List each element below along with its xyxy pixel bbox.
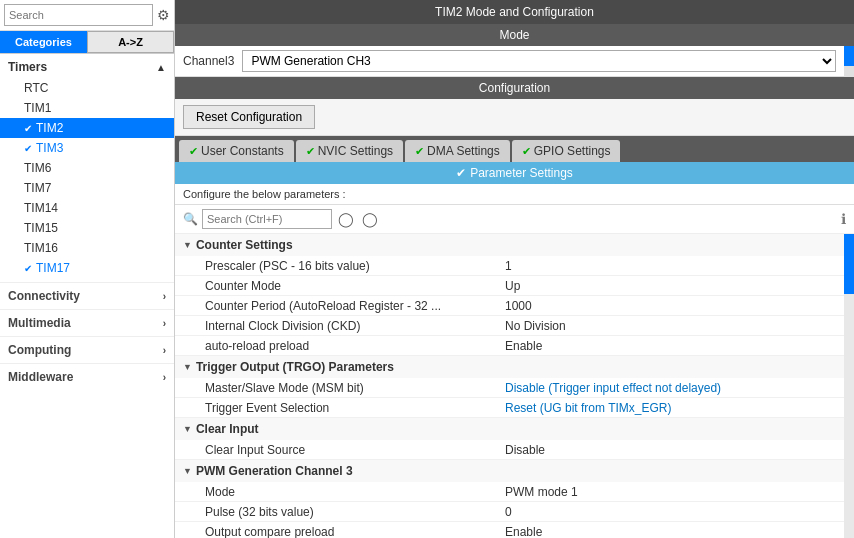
sidebar-item-tim16[interactable]: TIM16 [0,238,174,258]
param-clear-input-source: Clear Input Source Disable [175,440,844,460]
counter-period-value: 1000 [505,299,532,313]
computing-chevron: › [163,345,166,356]
main-panel: TIM2 Mode and Configuration Mode Channel… [175,0,854,538]
reset-config-button[interactable]: Reset Configuration [183,105,315,129]
channel-select[interactable]: PWM Generation CH3 [242,50,836,72]
next-nav-button[interactable]: ◯ [360,211,380,227]
tab-nvic-settings[interactable]: ✔ NVIC Settings [296,140,403,162]
param-autoreload: auto-reload preload Enable [175,336,844,356]
trigger-output-header[interactable]: ▼ Trigger Output (TRGO) Parameters [175,356,844,378]
sidebar-item-connectivity[interactable]: Connectivity › [0,282,174,309]
counter-settings-triangle: ▼ [183,240,192,250]
pwm-ch3-header[interactable]: ▼ PWM Generation Channel 3 [175,460,844,482]
tim1-label: TIM1 [24,101,51,115]
main-title-bar: TIM2 Mode and Configuration [175,0,854,24]
ckd-name: Internal Clock Division (CKD) [205,319,505,333]
sidebar-top: ⚙ [0,0,174,31]
tim2-check-icon: ✔ [24,123,32,134]
gear-icon[interactable]: ⚙ [157,7,170,23]
sidebar-item-tim6[interactable]: TIM6 [0,158,174,178]
tab-az[interactable]: A->Z [87,31,174,53]
sidebar-item-tim15[interactable]: TIM15 [0,218,174,238]
mode-bar: Mode [175,24,854,46]
timer-items-list: RTC TIM1 ✔ TIM2 ✔ TIM3 TIM6 TIM7 TIM14 T… [0,78,174,282]
config-label: Configuration [479,81,550,95]
params-scrollbar[interactable] [844,234,854,538]
sidebar-item-rtc[interactable]: RTC [0,78,174,98]
mode-scrollbar [844,46,854,77]
timers-section-header[interactable]: Timers ▲ [0,54,174,78]
search-icon: 🔍 [183,212,198,226]
nvic-label: NVIC Settings [318,144,393,158]
sidebar-item-tim1[interactable]: TIM1 [0,98,174,118]
clear-input-header[interactable]: ▼ Clear Input [175,418,844,440]
sidebar-item-tim2[interactable]: ✔ TIM2 [0,118,174,138]
counter-settings-title: Counter Settings [196,238,293,252]
tab-categories[interactable]: Categories [0,31,87,53]
gpio-check: ✔ [522,145,531,158]
sidebar-item-multimedia[interactable]: Multimedia › [0,309,174,336]
channel-label: Channel3 [183,54,234,68]
dma-check: ✔ [415,145,424,158]
params-scrollbar-thumb [844,234,854,294]
tab-gpio-settings[interactable]: ✔ GPIO Settings [512,140,621,162]
sidebar-search-input[interactable] [4,4,153,26]
clear-input-source-name: Clear Input Source [205,443,505,457]
prescaler-name: Prescaler (PSC - 16 bits value) [205,259,505,273]
multimedia-label: Multimedia [8,316,71,330]
pulse-value: 0 [505,505,512,519]
param-tab-label: Parameter Settings [470,166,573,180]
counter-mode-name: Counter Mode [205,279,505,293]
user-constants-check: ✔ [189,145,198,158]
config-description: Configure the below parameters : [175,184,854,205]
param-prescaler: Prescaler (PSC - 16 bits value) 1 [175,256,844,276]
trigger-output-title: Trigger Output (TRGO) Parameters [196,360,394,374]
param-pulse: Pulse (32 bits value) 0 [175,502,844,522]
tim3-check-icon: ✔ [24,143,32,154]
param-trigger-event: Trigger Event Selection Reset (UG bit fr… [175,398,844,418]
sidebar-tabs: Categories A->Z [0,31,174,54]
output-compare-value: Enable [505,525,542,539]
counter-settings-header[interactable]: ▼ Counter Settings [175,234,844,256]
param-search-input[interactable] [202,209,332,229]
trigger-event-value: Reset (UG bit from TIMx_EGR) [505,401,671,415]
main-title: TIM2 Mode and Configuration [435,5,594,19]
tab-user-constants[interactable]: ✔ User Constants [179,140,294,162]
param-pwm-mode: Mode PWM mode 1 [175,482,844,502]
sidebar-item-tim17[interactable]: ✔ TIM17 [0,258,174,278]
sidebar-item-tim14[interactable]: TIM14 [0,198,174,218]
param-msm: Master/Slave Mode (MSM bit) Disable (Tri… [175,378,844,398]
tim2-label: TIM2 [36,121,63,135]
sidebar-item-middleware[interactable]: Middleware › [0,363,174,390]
counter-mode-value: Up [505,279,520,293]
output-compare-name: Output compare preload [205,525,505,539]
sidebar-item-tim7[interactable]: TIM7 [0,178,174,198]
prev-nav-button[interactable]: ◯ [336,211,356,227]
rtc-label: RTC [24,81,48,95]
sidebar-item-computing[interactable]: Computing › [0,336,174,363]
config-actions: Reset Configuration [175,99,854,136]
middleware-label: Middleware [8,370,73,384]
msm-value: Disable (Trigger input effect not delaye… [505,381,721,395]
tim17-label: TIM17 [36,261,70,275]
param-tab-bar[interactable]: ✔ Parameter Settings [175,162,854,184]
autoreload-value: Enable [505,339,542,353]
config-bar: Configuration [175,77,854,99]
channel-row: Channel3 PWM Generation CH3 [175,46,844,77]
pwm-mode-name: Mode [205,485,505,499]
autoreload-name: auto-reload preload [205,339,505,353]
param-counter-period: Counter Period (AutoReload Register - 32… [175,296,844,316]
clear-input-source-value: Disable [505,443,545,457]
tim17-check-icon: ✔ [24,263,32,274]
param-output-compare-preload: Output compare preload Enable [175,522,844,538]
computing-label: Computing [8,343,71,357]
dma-label: DMA Settings [427,144,500,158]
sidebar-item-tim3[interactable]: ✔ TIM3 [0,138,174,158]
sidebar: ⚙ Categories A->Z Timers ▲ RTC TIM1 ✔ TI… [0,0,175,538]
trigger-event-name: Trigger Event Selection [205,401,505,415]
gpio-label: GPIO Settings [534,144,611,158]
counter-period-name: Counter Period (AutoReload Register - 32… [205,299,505,313]
pulse-name: Pulse (32 bits value) [205,505,505,519]
nvic-check: ✔ [306,145,315,158]
tab-dma-settings[interactable]: ✔ DMA Settings [405,140,510,162]
